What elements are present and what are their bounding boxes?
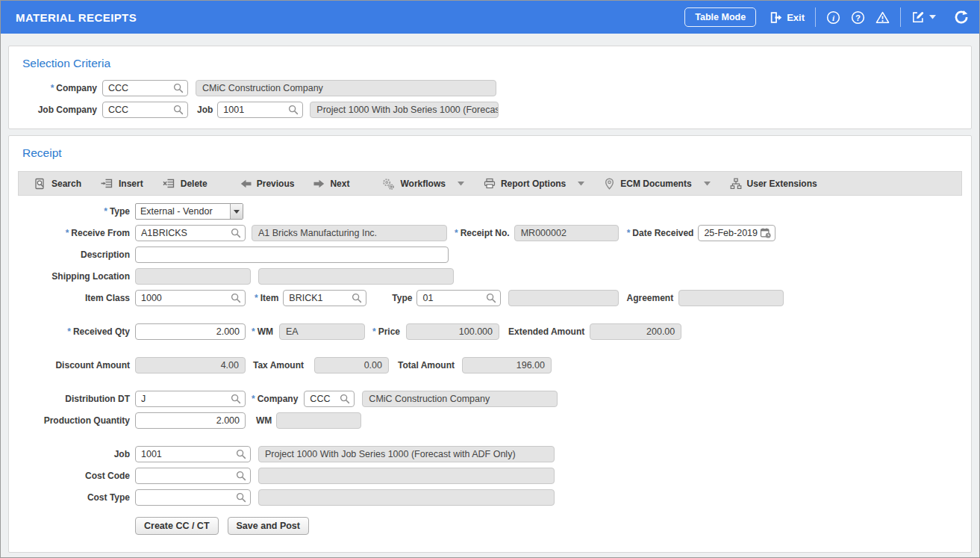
- search-icon: [352, 293, 362, 303]
- toolbar-ecm-documents-label: ECM Documents: [620, 179, 691, 189]
- toolbar-previous-button[interactable]: Previous: [231, 172, 305, 195]
- job-lov: [217, 102, 303, 118]
- cost-code-lov-trigger[interactable]: [235, 471, 250, 481]
- cost-code-row: Cost Code: [9, 468, 971, 484]
- spacer: [9, 311, 971, 323]
- job-row: Job Project 1000 With Job Series 1000 (F…: [9, 446, 971, 462]
- save-and-post-button[interactable]: Save and Post: [228, 517, 309, 535]
- toolbar-next-button[interactable]: Next: [304, 172, 359, 195]
- info-button[interactable]: i: [826, 10, 840, 25]
- shipping-location-display: [135, 268, 251, 285]
- toolbar-report-options-button[interactable]: Report Options: [474, 172, 594, 195]
- spacer: [9, 434, 971, 446]
- toolbar-user-extensions-button[interactable]: User Extensions: [720, 172, 827, 195]
- job-field-lov-trigger[interactable]: [235, 449, 250, 459]
- exit-button[interactable]: Exit: [770, 11, 805, 24]
- receive-from-row: *Receive From A1 Bricks Manufacturing In…: [9, 225, 971, 241]
- item-type-input[interactable]: [417, 291, 485, 306]
- shipping-location-name-display: [258, 268, 454, 285]
- job-field-name-display: Project 1000 With Job Series 1000 (Forec…: [258, 446, 555, 462]
- discount-amount-label: Discount Amount: [12, 360, 130, 371]
- required-marker: *: [455, 228, 458, 238]
- distribution-dt-lov-trigger[interactable]: [230, 394, 245, 404]
- received-qty-input[interactable]: [135, 323, 246, 340]
- company-lov-trigger[interactable]: [172, 83, 187, 93]
- toolbar-ecm-documents-button[interactable]: ECM Documents: [594, 172, 720, 195]
- dist-company-name-display: CMiC Construction Company: [362, 391, 558, 407]
- item-input[interactable]: [284, 291, 351, 306]
- item-class-lov-trigger[interactable]: [230, 293, 245, 303]
- total-amount-display: 196.00: [462, 357, 552, 373]
- toolbar-search-button[interactable]: Search: [25, 172, 91, 195]
- item-lov: [283, 290, 366, 306]
- create-cc-ct-button[interactable]: Create CC / CT: [135, 517, 219, 535]
- distribution-dt-row: Distribution DT *Company: [9, 391, 971, 407]
- toolbar-workflows-button[interactable]: Workflows: [372, 172, 473, 195]
- required-marker: *: [252, 326, 255, 337]
- toolbar-previous-label: Previous: [257, 179, 295, 189]
- cost-type-input[interactable]: [136, 490, 235, 505]
- previous-arrow-icon: [240, 179, 252, 188]
- item-lov-trigger[interactable]: [351, 293, 366, 303]
- date-received-input[interactable]: [699, 228, 760, 238]
- cost-type-label: Cost Type: [12, 492, 130, 503]
- cost-code-input[interactable]: [136, 468, 235, 483]
- receipt-no-display: MR000002: [514, 225, 619, 241]
- type-select[interactable]: External - Vendor: [135, 203, 243, 220]
- refresh-button[interactable]: [954, 10, 969, 25]
- item-class-input[interactable]: [136, 291, 230, 306]
- table-mode-button[interactable]: Table Mode: [684, 7, 756, 27]
- warning-button[interactable]: [876, 10, 890, 25]
- help-button[interactable]: ?: [851, 10, 865, 25]
- chevron-down-icon: [578, 182, 584, 186]
- tax-amount-display: 0.00: [314, 357, 389, 373]
- job-lov-trigger[interactable]: [287, 105, 302, 115]
- receipt-panel: Receipt Search Insert: [8, 135, 972, 553]
- date-picker-trigger[interactable]: [760, 227, 775, 239]
- cost-type-lov-trigger[interactable]: [235, 492, 250, 503]
- company-label: *Company: [25, 83, 97, 93]
- workflows-gears-icon: [382, 178, 395, 190]
- production-quantity-row: Production Quantity WM: [9, 412, 971, 429]
- refresh-icon: [954, 10, 969, 25]
- company-input[interactable]: [103, 81, 172, 96]
- job-field-input[interactable]: [136, 447, 235, 462]
- receive-from-lov-trigger[interactable]: [230, 228, 245, 238]
- type-select-button[interactable]: [230, 204, 243, 219]
- required-marker: *: [255, 293, 258, 303]
- chevron-down-icon: [929, 15, 936, 19]
- receive-from-input[interactable]: [136, 226, 230, 241]
- job-company-label: Job Company: [25, 105, 97, 115]
- insert-record-icon: [101, 178, 113, 189]
- form-buttons-row: Create CC / CT Save and Post: [9, 517, 971, 535]
- job-company-lov-trigger[interactable]: [172, 105, 187, 115]
- toolbar-report-options-label: Report Options: [501, 179, 566, 189]
- price-display: 100.000: [406, 323, 499, 340]
- chevron-down-icon: [704, 182, 711, 186]
- distribution-dt-input[interactable]: [136, 391, 230, 406]
- toolbar-next-label: Next: [330, 179, 349, 189]
- required-marker: *: [51, 83, 54, 93]
- item-type-lov-trigger[interactable]: [485, 293, 500, 303]
- toolbar-insert-button[interactable]: Insert: [91, 172, 153, 195]
- date-received-label: *Date Received: [627, 228, 694, 238]
- dist-company-lov-trigger[interactable]: [339, 394, 354, 404]
- toolbar-delete-button[interactable]: Delete: [153, 172, 217, 195]
- chevron-down-icon: [458, 182, 464, 186]
- dist-company-input[interactable]: [305, 391, 339, 406]
- description-input[interactable]: [135, 247, 449, 263]
- delete-record-icon: [163, 178, 175, 189]
- item-type-name-display: [508, 290, 619, 306]
- job-input[interactable]: [218, 102, 287, 117]
- spacer: [9, 379, 971, 391]
- receive-from-lov: [135, 225, 246, 241]
- production-quantity-input[interactable]: [135, 412, 246, 429]
- edit-menu-button[interactable]: [911, 10, 936, 24]
- info-icon: i: [826, 10, 840, 25]
- total-amount-label: Total Amount: [398, 360, 455, 371]
- receipt-title: Receipt: [9, 146, 971, 161]
- cost-code-lov: [135, 468, 251, 484]
- edit-icon: [911, 10, 925, 24]
- job-company-input[interactable]: [103, 102, 172, 117]
- svg-text:i: i: [832, 13, 835, 22]
